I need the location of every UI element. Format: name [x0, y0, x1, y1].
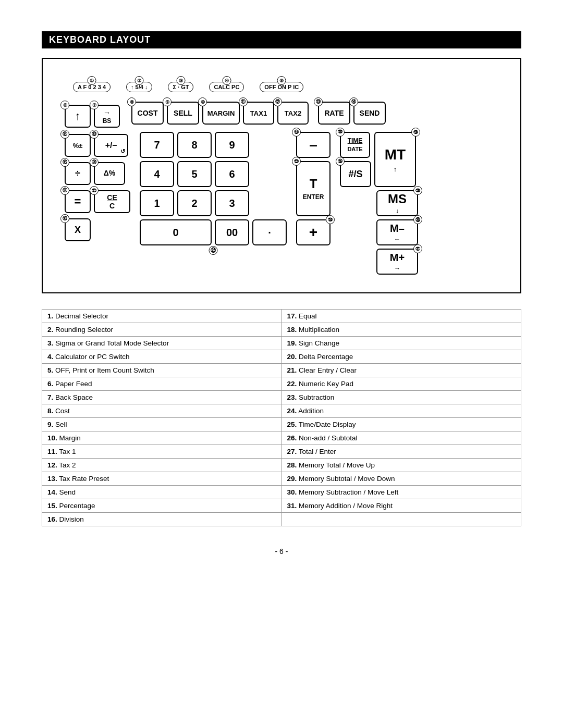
table-row: 11. Tax 1 27. Total / Enter [42, 445, 521, 459]
ms-key[interactable]: ㉙ MS ↓ [376, 190, 418, 216]
label-0: 0 [173, 227, 178, 239]
badge-26: ㉖ [336, 157, 345, 166]
label-dot: · [268, 227, 271, 239]
mminus-key[interactable]: ㉚ M– ← [376, 219, 418, 245]
feed-key[interactable]: ⑥ ↑ [65, 105, 91, 128]
badge-10: ⑩ [198, 97, 207, 106]
legend-item-2: 2. Rounding Selector [42, 323, 282, 337]
legend-item-15: 15. Percentage [42, 499, 282, 513]
time-date-key[interactable]: ㉕ TIME DATE [340, 132, 370, 158]
plus-key[interactable]: ㉔ + [296, 219, 331, 245]
hjs-key[interactable]: ㉖ #/S [340, 161, 371, 187]
label-2: 2 [191, 198, 197, 209]
badge-18: ⑱ [60, 214, 69, 223]
key-6[interactable]: 6 [215, 161, 249, 187]
badge-17: ⑰ [60, 186, 69, 195]
rate-key[interactable]: ⑬ RATE [318, 102, 350, 125]
ms-arrow: ↓ [396, 207, 399, 215]
c-label: C [109, 202, 115, 210]
legend-item-1: 1. Decimal Selector [42, 310, 282, 323]
ce-c-key[interactable]: ㉑ CE C [94, 190, 130, 213]
mplus-key[interactable]: ㉛ M+ → [376, 249, 418, 275]
table-row: 6. Paper Feed 22. Numeric Key Pad [42, 377, 521, 391]
key-9[interactable]: 9 [215, 132, 249, 158]
legend-item-31: 31. Memory Addition / Move Right [282, 499, 521, 513]
table-row: 10. Margin 26. Non-add / Subtotal [42, 431, 521, 445]
sell-key[interactable]: ⑨ SELL [167, 102, 199, 125]
badge-4: ④ [222, 76, 231, 85]
legend-item-29: 29. Memory Subtotal / Move Down [282, 472, 521, 486]
send-label: SEND [360, 109, 380, 117]
legend-item-17: 17. Equal [282, 310, 521, 323]
legend-item-18: 18. Multiplication [282, 323, 521, 337]
badge-5: ⑤ [277, 76, 286, 85]
badge-28: ㉘ [411, 128, 420, 137]
legend-item-3: 3. Sigma or Grand Total Mode Selector [42, 337, 282, 350]
label-8: 8 [191, 139, 197, 151]
label-4: 4 [154, 168, 160, 180]
mt-key[interactable]: ㉘ MT ↑ [374, 132, 416, 187]
selector-3: ③ Σ · GT [168, 82, 193, 92]
bs-key[interactable]: ⑦ → BS [94, 105, 120, 128]
date-label: DATE [347, 145, 362, 153]
selector-2: ② ↑ 5/4 ↓ [126, 82, 152, 92]
x-key[interactable]: ⑱ X [65, 218, 91, 241]
table-row: 2. Rounding Selector 18. Multiplication [42, 323, 521, 337]
x-label: X [75, 225, 81, 236]
label-00: 00 [226, 227, 238, 239]
badge-7: ⑦ [90, 101, 99, 109]
legend-item-30: 30. Memory Subtraction / Move Left [282, 486, 521, 499]
legend-item-6: 6. Paper Feed [42, 377, 282, 391]
legend-item-11: 11. Tax 1 [42, 445, 282, 459]
tax1-key[interactable]: ⑪ TAX1 [243, 102, 274, 125]
cost-key[interactable]: ⑧ COST [131, 102, 164, 125]
key-8[interactable]: 8 [177, 132, 212, 158]
legend-item-5: 5. OFF, Print or Item Count Switch [42, 364, 282, 377]
badge-27: ㉗ [292, 157, 301, 166]
deltapct-label: Δ% [104, 169, 116, 177]
percent-key[interactable]: ⑮ %± [65, 134, 91, 157]
table-row: 4. Calculator or PC Switch 20. Delta Per… [42, 350, 521, 364]
label-1: 1 [154, 198, 160, 209]
legend-item-21: 21. Clear Entry / Clear [282, 364, 521, 377]
key-2[interactable]: 2 [177, 190, 212, 216]
badge-12: ⑫ [273, 97, 282, 106]
badge-14: ⑭ [349, 97, 358, 106]
header-title: KEYBOARD LAYOUT [49, 34, 151, 45]
key-7[interactable]: 7 [140, 132, 174, 158]
key-00[interactable]: 00 [215, 219, 249, 245]
bs-label: BS [103, 117, 112, 125]
t-enter-key[interactable]: ㉗ T ENTER [296, 161, 331, 216]
legend-item-14: 14. Send [42, 486, 282, 499]
key-1[interactable]: 1 [140, 190, 174, 216]
badge-2: ② [135, 76, 144, 85]
tax2-key[interactable]: ⑫ TAX2 [277, 102, 309, 125]
legend-item-22: 22. Numeric Key Pad [282, 377, 521, 391]
bs-top: → [103, 108, 111, 117]
table-row: 7. Back Space 23. Subtraction [42, 391, 521, 404]
cost-label: COST [138, 109, 158, 117]
badge-13: ⑬ [314, 97, 323, 106]
minus-key[interactable]: ㉓ – [296, 132, 331, 158]
margin-key[interactable]: ⑩ MARGIN [202, 102, 240, 125]
eq-key[interactable]: ⑰ = [65, 190, 91, 213]
key-5[interactable]: 5 [177, 161, 212, 187]
key-0[interactable]: 0 [140, 219, 212, 245]
mt-arrow: ↑ [394, 165, 397, 173]
send-key[interactable]: ⑭ SEND [353, 102, 386, 125]
table-row: 8. Cost 24. Addition [42, 404, 521, 418]
table-row: 12. Tax 2 28. Memory Total / Move Up [42, 459, 521, 472]
badge-20: ⑳ [90, 158, 99, 167]
legend-item-10: 10. Margin [42, 431, 282, 445]
badge-30: ㉚ [413, 215, 422, 224]
div-key[interactable]: ⑯ ÷ [65, 162, 91, 185]
plusminus-label: +/– [105, 141, 117, 150]
key-dot[interactable]: · [252, 219, 287, 245]
plusminus-key[interactable]: ⑲ +/– ↺ [94, 134, 128, 157]
key-3[interactable]: 3 [215, 190, 249, 216]
deltapct-key[interactable]: ⑳ Δ% [94, 162, 125, 185]
key-4[interactable]: 4 [140, 161, 174, 187]
legend-item-blank [282, 513, 521, 526]
label-9: 9 [229, 139, 235, 151]
badge-19: ⑲ [90, 130, 99, 139]
